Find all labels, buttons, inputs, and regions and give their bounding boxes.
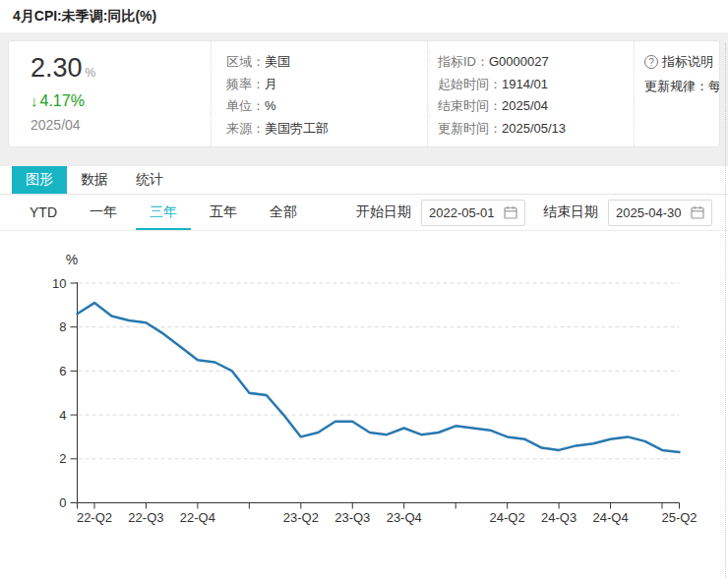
meta-basic-panel: 区域：美国 频率：月 单位：% 来源：美国劳工部 (211, 41, 427, 146)
question-circle-icon: ? (644, 55, 658, 69)
meta-row-indicator-id: 指标ID：G0000027 (438, 51, 634, 74)
meta-row-end-time: 结束时间：2025/04 (438, 95, 634, 118)
page-title: 4月CPI:未季调:同比(%) (13, 8, 156, 26)
svg-text:24-Q2: 24-Q2 (490, 510, 525, 525)
svg-text:24-Q4: 24-Q4 (592, 510, 628, 525)
meta-row-frequency: 频率：月 (226, 74, 427, 96)
tab-stats[interactable]: 统计 (122, 166, 177, 194)
svg-text:4: 4 (59, 408, 66, 423)
start-date-label: 开始日期 (356, 203, 411, 221)
range-bar: YTD 一年 三年 五年 全部 开始日期 2022-05-01 结束日期 202… (0, 195, 728, 231)
svg-text:22-Q4: 22-Q4 (180, 510, 215, 525)
arrow-down-icon: ↓ (30, 92, 38, 109)
page-divider (725, 43, 726, 578)
svg-text:23-Q4: 23-Q4 (387, 510, 422, 525)
tab-graph[interactable]: 图形 (12, 166, 67, 194)
svg-text:22-Q2: 22-Q2 (77, 510, 112, 525)
cpi-line-chart[interactable]: 024681022-Q222-Q322-Q423-Q223-Q323-Q424-… (0, 241, 728, 577)
range-5y[interactable]: 五年 (210, 195, 237, 230)
meta-detail-panel: 指标ID：G0000027 起始时间：1914/01 结束时间：2025/04 … (427, 41, 634, 146)
meta-row-source: 来源：美国劳工部 (226, 118, 427, 141)
svg-text:8: 8 (59, 319, 66, 334)
svg-text:10: 10 (52, 276, 66, 291)
calendar-icon (504, 205, 517, 219)
latest-date: 2025/04 (30, 117, 211, 133)
meta-row-unit: 单位：% (226, 95, 427, 118)
end-date-input[interactable]: 2025-04-30 (608, 200, 712, 226)
svg-text:24-Q3: 24-Q3 (541, 510, 576, 525)
range-ytd[interactable]: YTD (30, 195, 57, 230)
end-date-value: 2025-04-30 (616, 205, 682, 220)
calendar-icon (691, 205, 704, 219)
tab-data[interactable]: 数据 (67, 166, 122, 194)
latest-value-panel: 2.30% ↓4.17% 2025/04 (9, 41, 211, 146)
meta-row-update-time: 更新时间：2025/05/13 (438, 118, 634, 141)
start-date-value: 2022-05-01 (429, 205, 495, 220)
range-1y[interactable]: 一年 (90, 195, 117, 230)
range-all[interactable]: 全部 (270, 195, 297, 230)
svg-text:%: % (66, 252, 78, 267)
range-3y[interactable]: 三年 (150, 195, 177, 230)
date-filter: 开始日期 2022-05-01 结束日期 2025-04-30 (356, 200, 712, 226)
change-row: ↓4.17% (30, 92, 211, 110)
indicator-help-label: 指标说明 (662, 53, 713, 71)
start-date-input[interactable]: 2022-05-01 (421, 200, 525, 226)
svg-text:23-Q3: 23-Q3 (334, 510, 370, 525)
svg-text:22-Q3: 22-Q3 (128, 510, 163, 525)
svg-text:25-Q2: 25-Q2 (661, 510, 697, 525)
latest-value: 2.30 (30, 53, 83, 83)
meta-row-start-time: 起始时间：1914/01 (438, 74, 634, 96)
latest-value-unit: % (86, 66, 96, 80)
tab-bar: 图形 数据 统计 (0, 166, 728, 195)
change-value: 4.17% (40, 92, 85, 109)
end-date-label: 结束日期 (543, 203, 598, 221)
svg-text:23-Q2: 23-Q2 (283, 510, 319, 525)
meta-row-region: 区域：美国 (226, 51, 427, 74)
title-bar: 4月CPI:未季调:同比(%) (0, 0, 728, 32)
svg-text:0: 0 (59, 495, 66, 510)
svg-text:2: 2 (59, 451, 66, 466)
indicator-summary-card: 2.30% ↓4.17% 2025/04 区域：美国 频率：月 单位：% 来源：… (8, 40, 720, 147)
chart-card: 图形 数据 统计 YTD 一年 三年 五年 全部 开始日期 2022-05-01… (0, 166, 728, 578)
svg-text:6: 6 (59, 364, 66, 378)
indicator-help-link[interactable]: ? 指标说明 (644, 53, 719, 71)
cpi-line-chart-svg: 024681022-Q222-Q322-Q423-Q223-Q323-Q424-… (0, 241, 728, 577)
update-rule-text: 更新规律：每 (644, 78, 719, 95)
help-panel: ? 指标说明 更新规律：每 (634, 41, 719, 146)
